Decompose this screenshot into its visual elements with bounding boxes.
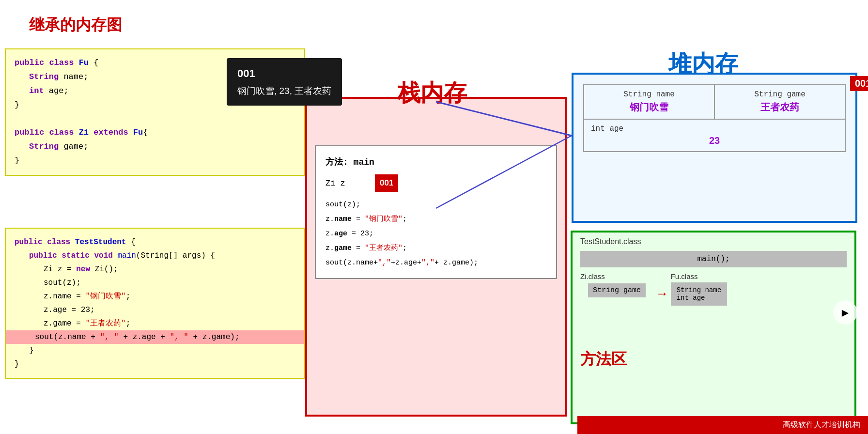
stack-game-assign: z.game = "王者农药";	[326, 241, 546, 256]
stack-method-label: 方法: main	[326, 154, 546, 170]
stack-age-assign: z.age = 23;	[326, 227, 546, 241]
heap-string-game-cell: String game 王者农药	[714, 85, 845, 119]
stack-sout2: sout(z.name+","+z.age+","+ z.game);	[326, 256, 546, 270]
stack-name-assign: z.name = "钢门吹雪";	[326, 212, 546, 227]
heap-badge-001: 001	[850, 76, 868, 91]
dui-label: 堆内存	[668, 48, 738, 79]
method-area-box: TestStudent.class main(); Zi.class Strin…	[571, 231, 856, 424]
zhan-label: 栈内存	[397, 78, 467, 108]
stack-zi-var: Zi z 001	[326, 174, 546, 192]
stack-inner-content: 方法: main Zi z 001 sout(z); z.name = "钢门吹…	[315, 145, 557, 279]
stack-ref-badge: 001	[375, 174, 398, 192]
heap-int-age-cell: int age 23	[584, 119, 845, 152]
tooltip-id: 001	[237, 65, 331, 82]
tooltip-content: 钢门吹雪, 23, 王者农药	[237, 84, 331, 98]
teststudent-class-label: TestStudent.class	[573, 232, 854, 248]
fu-class-content: String name int age	[671, 282, 727, 306]
main-method-box: main();	[580, 251, 847, 267]
heap-string-name-cell: String name 钢门吹雪	[584, 85, 714, 119]
page-title: 继承的内存图	[29, 15, 122, 36]
arrow-to-fu: →	[658, 287, 666, 301]
test-student-code-panel: public class TestStudent { public static…	[5, 228, 305, 379]
tooltip-balloon: 001 钢门吹雪, 23, 王者农药	[227, 58, 342, 106]
fangfa-label: 方法区	[580, 349, 627, 370]
heap-memory-box: String name 钢门吹雪 String game 王者农药 int ag…	[572, 73, 857, 223]
zi-class-label: Zi.class	[580, 272, 653, 280]
play-button[interactable]: ▶	[833, 300, 857, 325]
heap-grid: String name 钢门吹雪 String game 王者农药 int ag…	[583, 84, 846, 152]
stack-sout: sout(z);	[326, 198, 546, 212]
bottom-bar: 高级软件人才培训机构	[577, 416, 868, 434]
fu-class-label: Fu.class	[671, 272, 727, 280]
zi-class-content: String game	[588, 283, 646, 297]
